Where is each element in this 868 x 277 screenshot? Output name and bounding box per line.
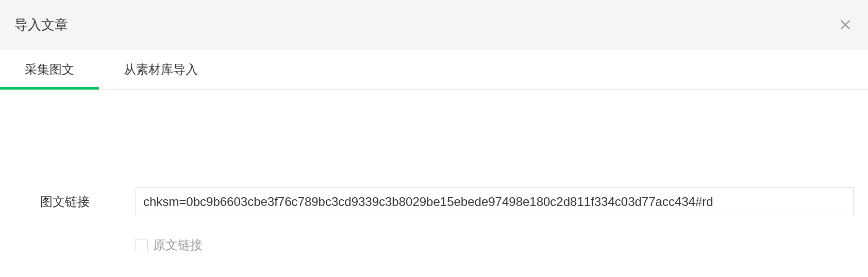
url-label: 图文链接 [40, 194, 136, 210]
url-input[interactable] [136, 187, 854, 216]
close-icon[interactable] [837, 16, 854, 33]
source-link-row: 原文链接 [40, 237, 854, 253]
dialog-title: 导入文章 [14, 16, 68, 34]
tab-material-library[interactable]: 从素材库导入 [99, 49, 223, 89]
source-link-checkbox[interactable] [136, 239, 148, 251]
tabs-container: 采集图文 从素材库导入 [0, 49, 868, 90]
url-form-row: 图文链接 [40, 187, 854, 216]
tab-collect[interactable]: 采集图文 [0, 49, 99, 89]
dialog-header: 导入文章 [0, 0, 868, 49]
content-area: 图文链接 原文链接 [0, 90, 868, 253]
source-link-label: 原文链接 [153, 237, 203, 253]
